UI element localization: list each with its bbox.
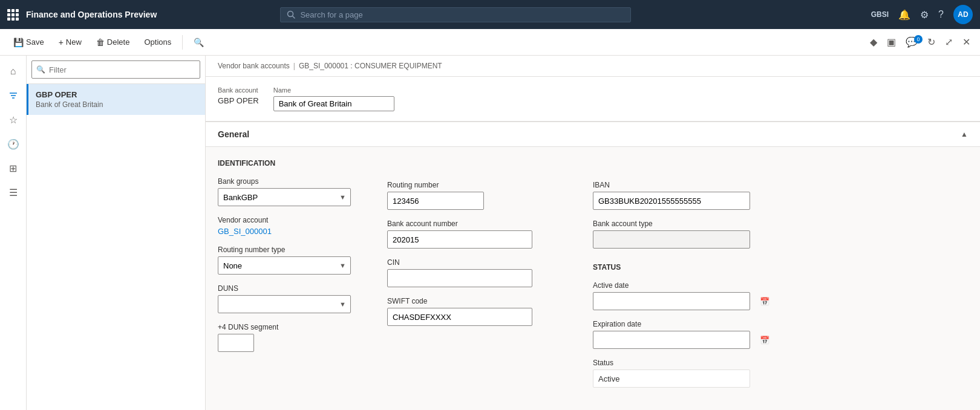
expiration-date-input[interactable] <box>593 331 750 349</box>
bank-account-type-field: Bank account type <box>593 220 774 249</box>
bank-groups-field: Bank groups BankGBP ▼ <box>218 177 351 206</box>
status-label: Status <box>593 359 774 367</box>
breadcrumb-part2: GB_SI_000001 : CONSUMER EQUIPMENT <box>299 62 442 70</box>
search-input[interactable] <box>300 10 624 19</box>
section-header[interactable]: General ▲ <box>206 122 980 147</box>
clock-icon[interactable]: 🕐 <box>2 133 24 155</box>
section-body: IDENTIFICATION Bank groups BankGBP ▼ <box>206 147 980 400</box>
breadcrumb: Vendor bank accounts | GB_SI_000001 : CO… <box>206 56 980 77</box>
breadcrumb-part1: Vendor bank accounts <box>218 62 290 70</box>
grid-icon[interactable]: ⊞ <box>2 157 24 179</box>
collapse-icon: ▲ <box>961 130 968 138</box>
grid-menu-icon[interactable] <box>7 9 19 21</box>
identification-heading-field: IDENTIFICATION <box>218 159 351 168</box>
expand-icon[interactable]: ⤢ <box>942 34 955 50</box>
home-icon[interactable]: ⌂ <box>2 60 24 82</box>
active-date-calendar-icon[interactable]: 📅 <box>760 297 769 306</box>
top-nav: Finance and Operations Preview GBSI 🔔 ⚙ … <box>0 0 980 29</box>
new-icon: + <box>59 37 64 47</box>
filter-search-icon: 🔍 <box>36 65 45 74</box>
duns-label: DUNS <box>218 284 351 293</box>
list-icon[interactable]: ☰ <box>2 181 24 203</box>
global-search[interactable] <box>280 7 631 22</box>
vendor-account-field: Vendor account GB_SI_000001 <box>218 216 351 236</box>
routing-number-field: Routing number <box>387 181 557 210</box>
main-layout: ⌂ ☆ 🕐 ⊞ ☰ 🔍 GBP OPER Bank of Great Brita… <box>0 56 980 410</box>
cin-field: CIN <box>387 258 557 287</box>
routing-number-type-select[interactable]: None <box>218 256 351 275</box>
section-title: General <box>218 129 249 139</box>
close-icon[interactable]: ✕ <box>960 34 973 50</box>
bank-groups-select-wrap: BankGBP ▼ <box>218 188 351 206</box>
identification-col: IDENTIFICATION Bank groups BankGBP ▼ <box>218 159 351 388</box>
list-item-title: GBP OPER <box>36 90 198 99</box>
bank-account-type-input <box>593 230 750 249</box>
options-button[interactable]: Options <box>138 35 177 49</box>
expiration-date-calendar-icon[interactable]: 📅 <box>760 336 769 345</box>
save-button[interactable]: 💾 Save <box>7 35 50 50</box>
routing-number-input[interactable] <box>387 192 484 210</box>
duns-segment-field: +4 DUNS segment <box>218 323 351 352</box>
filter-input[interactable] <box>31 60 200 79</box>
diamond-icon[interactable]: ◆ <box>867 34 880 50</box>
routing-number-type-label: Routing number type <box>218 246 351 254</box>
record-header: Bank account GBP OPER Name <box>206 77 980 122</box>
panel-icon[interactable]: ▣ <box>884 34 898 50</box>
toolbar-right-actions: ◆ ▣ 💬 0 ↻ ⤢ ✕ <box>867 34 973 50</box>
vendor-account-label: Vendor account <box>218 216 351 224</box>
settings-icon[interactable]: ⚙ <box>920 9 929 21</box>
active-date-input[interactable] <box>593 292 750 310</box>
name-field: Name <box>273 86 394 111</box>
status-heading: STATUS <box>593 263 774 272</box>
vendor-account-link[interactable]: GB_SI_000001 <box>218 227 351 236</box>
swift-code-label: SWIFT code <box>387 297 557 305</box>
toolbar: 💾 Save + New 🗑 Delete Options 🔍 ◆ ▣ 💬 0 … <box>0 29 980 56</box>
iban-status-col: IBAN Bank account type STATUS Active dat… <box>593 159 774 388</box>
routing-number-label: Routing number <box>387 181 557 189</box>
general-section: General ▲ IDENTIFICATION Bank groups <box>206 122 980 400</box>
duns-select[interactable] <box>218 295 351 313</box>
new-button[interactable]: + New <box>53 35 88 50</box>
refresh-icon[interactable]: ↻ <box>925 34 938 50</box>
bank-account-label: Bank account <box>218 86 259 94</box>
duns-segment-input[interactable] <box>218 334 254 352</box>
bank-account-type-label: Bank account type <box>593 220 774 228</box>
filter-side-icon[interactable] <box>2 85 24 106</box>
iban-input[interactable] <box>593 192 750 210</box>
delete-icon: 🗑 <box>96 37 105 47</box>
user-avatar[interactable]: AD <box>953 5 973 24</box>
list-filter-area: 🔍 <box>27 56 205 84</box>
cin-input[interactable] <box>387 269 532 287</box>
breadcrumb-separator: | <box>293 62 295 70</box>
bank-groups-label: Bank groups <box>218 177 351 186</box>
help-icon[interactable]: ? <box>938 9 944 20</box>
status-value: Active <box>593 369 750 388</box>
swift-code-field: SWIFT code <box>387 297 557 326</box>
active-date-label: Active date <box>593 281 774 290</box>
expiration-date-field: Expiration date 📅 <box>593 320 774 349</box>
active-date-field: Active date 📅 <box>593 281 774 310</box>
routing-number-type-field: Routing number type None ▼ <box>218 246 351 275</box>
name-input[interactable] <box>273 96 394 111</box>
svg-line-1 <box>293 16 295 19</box>
list-panel: 🔍 GBP OPER Bank of Great Britain <box>27 56 206 410</box>
iban-label: IBAN <box>593 181 774 189</box>
top-nav-right: GBSI 🔔 ⚙ ? AD <box>871 5 973 24</box>
expiration-date-wrap: 📅 <box>593 331 774 349</box>
search-icon <box>287 10 295 19</box>
notification-icon[interactable]: 🔔 <box>898 9 910 21</box>
swift-code-input[interactable] <box>387 308 532 326</box>
active-date-wrap: 📅 <box>593 292 774 310</box>
status-field: Status Active <box>593 359 774 388</box>
nav-label: GBSI <box>871 10 889 19</box>
delete-button[interactable]: 🗑 Delete <box>90 35 136 50</box>
name-label: Name <box>273 86 394 94</box>
filter-icon[interactable]: 🔍 <box>188 35 210 50</box>
bank-groups-select[interactable]: BankGBP <box>218 188 351 206</box>
bank-account-value: GBP OPER <box>218 96 259 105</box>
identification-heading: IDENTIFICATION <box>218 159 351 168</box>
bank-account-number-input[interactable] <box>387 230 532 249</box>
list-item[interactable]: GBP OPER Bank of Great Britain <box>27 84 205 115</box>
star-icon[interactable]: ☆ <box>2 109 24 131</box>
badge-wrapper: 💬 0 <box>903 36 920 48</box>
